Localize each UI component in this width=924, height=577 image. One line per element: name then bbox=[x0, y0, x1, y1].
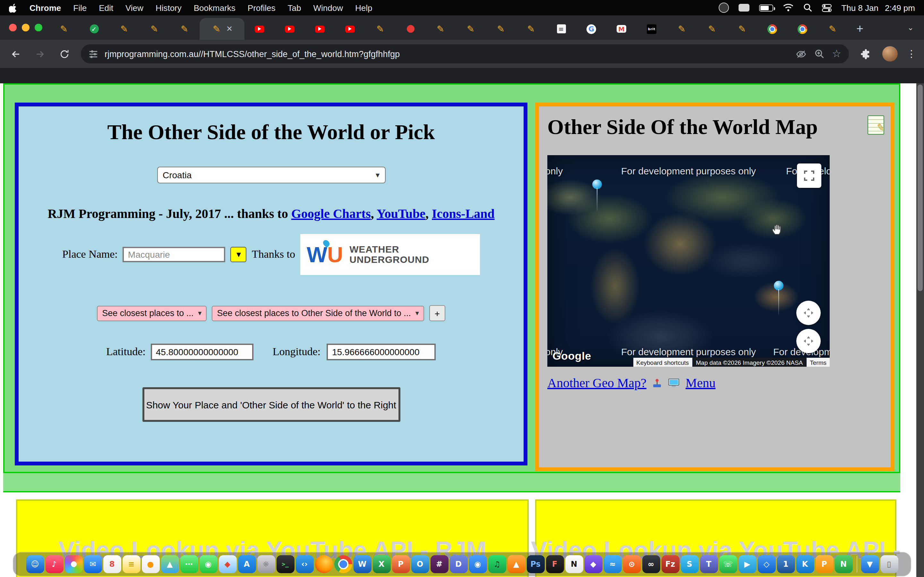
dock-app-1password[interactable]: 1 bbox=[777, 555, 795, 573]
browser-tab[interactable]: ✎ bbox=[817, 18, 848, 40]
browser-tab[interactable] bbox=[395, 18, 425, 40]
dock-app-skype[interactable]: S bbox=[680, 555, 698, 573]
status-badge-icon[interactable] bbox=[719, 3, 729, 13]
dock-app-messages[interactable]: ⋯ bbox=[180, 555, 198, 573]
browser-tab[interactable]: ✎ bbox=[486, 18, 516, 40]
browser-tab[interactable]: ≡ bbox=[546, 18, 576, 40]
dock-app-excel[interactable]: X bbox=[373, 555, 391, 573]
browser-tab[interactable]: ✓ bbox=[79, 18, 109, 40]
scrollbar-thumb[interactable] bbox=[918, 85, 923, 291]
site-settings-icon[interactable] bbox=[89, 49, 98, 59]
dock-app-word[interactable]: W bbox=[353, 555, 371, 573]
menu-tab[interactable]: Tab bbox=[288, 3, 301, 13]
dock-app-obsidian[interactable]: ◆ bbox=[584, 555, 602, 573]
dock-app-maps[interactable]: ▲ bbox=[161, 555, 179, 573]
dock-app-github[interactable]: ∞ bbox=[642, 555, 660, 573]
dock-app-notes[interactable]: ≡ bbox=[122, 555, 140, 573]
dock-app-teams[interactable]: T bbox=[700, 555, 718, 573]
browser-tab[interactable]: ✎ bbox=[170, 18, 200, 40]
dock-app-docker[interactable]: ≈ bbox=[604, 555, 622, 573]
profile-avatar[interactable] bbox=[882, 46, 898, 61]
dock-app-vscode[interactable]: ‹› bbox=[296, 555, 313, 573]
zoom-icon[interactable] bbox=[814, 49, 824, 59]
icons-land-link[interactable]: Icons-Land bbox=[432, 206, 495, 221]
browser-tab[interactable] bbox=[335, 18, 365, 40]
map-pan-control[interactable] bbox=[796, 301, 821, 325]
dock-app-whatsapp[interactable]: ☏ bbox=[719, 555, 737, 573]
dock-app-chrome[interactable] bbox=[334, 555, 352, 573]
browser-tab[interactable]: brit bbox=[636, 18, 667, 40]
keyboard-shortcuts-link[interactable]: Keyboard shortcuts bbox=[633, 358, 692, 367]
browser-tab[interactable]: ✎ bbox=[365, 18, 395, 40]
google-maps-logo[interactable]: Google bbox=[552, 350, 591, 363]
dock-app-pages[interactable]: P bbox=[815, 555, 833, 573]
battery-icon[interactable] bbox=[759, 4, 773, 11]
dock-app-notion[interactable]: N bbox=[565, 555, 583, 573]
dock-app-figma[interactable]: F bbox=[546, 555, 564, 573]
place-name-input[interactable] bbox=[123, 247, 226, 262]
dock-app-photos[interactable] bbox=[65, 555, 82, 573]
dock-app-firefox[interactable] bbox=[315, 555, 333, 573]
dock-app-vlc[interactable]: ▲ bbox=[507, 555, 525, 573]
dock-app-terminal[interactable]: >_ bbox=[276, 555, 294, 573]
menu-profiles[interactable]: Profiles bbox=[248, 3, 276, 13]
latitude-input[interactable] bbox=[151, 343, 254, 360]
menu-link[interactable]: Menu bbox=[686, 376, 716, 390]
tab-search-chevron-icon[interactable]: ⌄ bbox=[901, 23, 920, 32]
dock-app-numbers[interactable]: N bbox=[835, 555, 853, 573]
dock-app-outlook[interactable]: O bbox=[411, 555, 429, 573]
menu-window[interactable]: Window bbox=[313, 3, 343, 13]
browser-tab[interactable]: ✎ bbox=[49, 18, 79, 40]
browser-tab[interactable]: ✎ bbox=[425, 18, 456, 40]
browser-tab[interactable]: ✎ bbox=[667, 18, 697, 40]
browser-tab[interactable] bbox=[757, 18, 787, 40]
map-fullscreen-button[interactable] bbox=[797, 163, 821, 188]
browser-tab[interactable]: G bbox=[576, 18, 606, 40]
browser-tab[interactable]: M bbox=[606, 18, 636, 40]
add-button[interactable]: + bbox=[429, 305, 445, 321]
dock-app-app-store[interactable]: A bbox=[238, 555, 256, 573]
dock-app-filezilla[interactable]: Fz bbox=[661, 555, 679, 573]
dock-app-finder[interactable]: ☺ bbox=[26, 555, 44, 573]
closest-places-select[interactable]: See closest places to ... bbox=[97, 306, 207, 321]
back-button[interactable] bbox=[8, 46, 23, 61]
browser-tab[interactable]: ✎ bbox=[139, 18, 170, 40]
map-pan-control-secondary[interactable] bbox=[796, 329, 821, 353]
youtube-link[interactable]: YouTube bbox=[376, 206, 425, 221]
browser-tab[interactable] bbox=[244, 18, 275, 40]
dock-app-reminders[interactable]: ● bbox=[142, 555, 160, 573]
country-select[interactable]: Croatia bbox=[157, 167, 385, 183]
apple-menu-icon[interactable] bbox=[9, 3, 17, 13]
bookmark-star-icon[interactable]: ☆ bbox=[832, 49, 841, 59]
place-dropdown[interactable]: ▼ bbox=[231, 247, 247, 262]
menu-app-name[interactable]: Chrome bbox=[29, 3, 61, 13]
menu-edit[interactable]: Edit bbox=[99, 3, 113, 13]
google-charts-link[interactable]: Google Charts bbox=[291, 206, 371, 221]
dock-app-keynote[interactable]: K bbox=[796, 555, 814, 573]
privacy-eye-icon[interactable] bbox=[795, 49, 806, 59]
dock-app-telegram[interactable]: ▶ bbox=[738, 555, 756, 573]
show-place-button[interactable]: Show Your Place and 'Other Side of the W… bbox=[142, 387, 400, 422]
menu-view[interactable]: View bbox=[126, 3, 144, 13]
window-zoom-button[interactable] bbox=[35, 24, 42, 31]
browser-tab[interactable]: ✎✕ bbox=[200, 18, 244, 40]
dock-app-slack[interactable]: # bbox=[430, 555, 448, 573]
spotlight-search-icon[interactable] bbox=[803, 3, 813, 12]
browser-tab[interactable] bbox=[787, 18, 817, 40]
browser-tab[interactable]: ✎ bbox=[456, 18, 486, 40]
menu-bookmarks[interactable]: Bookmarks bbox=[194, 3, 236, 13]
tab-close-icon[interactable]: ✕ bbox=[226, 25, 233, 33]
browser-tab[interactable]: ✎ bbox=[516, 18, 546, 40]
dock-app-downloads[interactable]: ▼ bbox=[861, 555, 879, 573]
menu-file[interactable]: File bbox=[73, 3, 87, 13]
browser-menu-icon[interactable]: ⋮ bbox=[907, 48, 916, 60]
forward-button[interactable] bbox=[32, 46, 47, 61]
menu-help[interactable]: Help bbox=[355, 3, 373, 13]
wifi-icon[interactable] bbox=[783, 3, 794, 12]
address-bar[interactable]: rjmprogramming.com.au//HTMLCSS/other_sid… bbox=[81, 44, 849, 63]
another-geo-map-link[interactable]: Another Geo Map? bbox=[548, 376, 646, 390]
google-map[interactable]: For development purposes only For develo… bbox=[548, 155, 830, 367]
control-center-icon[interactable] bbox=[822, 3, 832, 12]
menu-history[interactable]: History bbox=[156, 3, 182, 13]
dock-app-powerpoint[interactable]: P bbox=[392, 555, 410, 573]
